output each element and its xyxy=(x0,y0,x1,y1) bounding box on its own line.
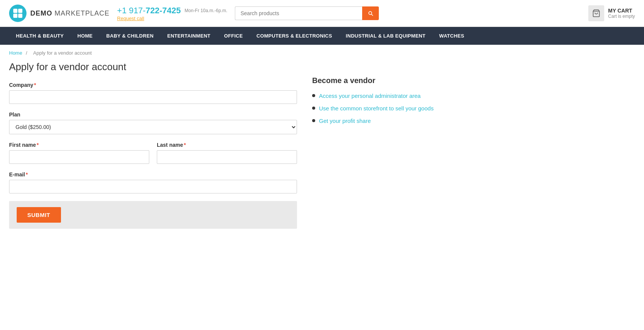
last-name-input[interactable] xyxy=(157,150,297,164)
search-area xyxy=(235,6,581,20)
header: DEMO MARKETPLACE +1 917-722-7425 Mon-Fr … xyxy=(0,0,644,27)
plan-select[interactable]: Gold ($250.00) Silver ($150.00) Bronze (… xyxy=(9,120,297,134)
company-required-star: * xyxy=(34,82,36,88)
breadcrumb: Home / Apply for a vendor account xyxy=(0,45,644,61)
logo-text: DEMO MARKETPLACE xyxy=(30,9,109,17)
nav-item-computers[interactable]: COMPUTERS & ELECTRONICS xyxy=(250,27,339,45)
info-title: Become a vendor xyxy=(312,76,635,85)
first-name-input[interactable] xyxy=(9,150,149,164)
cart-text: MY CART Cart is empty xyxy=(608,8,635,19)
phone-number: +1 917-722-7425 xyxy=(117,6,181,16)
info-link-0[interactable]: Access your personal administrator area xyxy=(319,93,420,99)
svg-rect-3 xyxy=(18,14,22,18)
info-list: Access your personal administrator area … xyxy=(312,93,635,124)
nav-item-baby[interactable]: BABY & CHILDREN xyxy=(100,27,161,45)
svg-rect-2 xyxy=(13,14,17,18)
nav-item-health[interactable]: HEALTH & BEAUTY xyxy=(9,27,70,45)
info-item-0: Access your personal administrator area xyxy=(312,93,635,99)
info-section: Become a vendor Access your personal adm… xyxy=(312,61,635,229)
cart-status: Cart is empty xyxy=(608,14,635,19)
first-name-required-star: * xyxy=(37,142,39,148)
bullet-0 xyxy=(312,94,315,97)
email-input[interactable] xyxy=(9,180,297,193)
main-content: Apply for a vendor account Company* Plan… xyxy=(0,61,644,244)
search-input[interactable] xyxy=(235,6,362,20)
email-required-star: * xyxy=(26,171,28,178)
last-name-label: Last name* xyxy=(157,142,297,148)
info-item-1: Use the common storefront to sell your g… xyxy=(312,105,635,112)
phone-area: +1 917-722-7425 Mon-Fr 10a.m.-6p.m. Requ… xyxy=(117,6,227,21)
cart-area[interactable]: MY CART Cart is empty xyxy=(588,5,635,21)
logo-icon xyxy=(9,5,27,22)
logo-area: DEMO MARKETPLACE xyxy=(9,5,109,22)
breadcrumb-current: Apply for a vendor account xyxy=(33,50,92,56)
main-nav: HEALTH & BEAUTY HOME BABY & CHILDREN ENT… xyxy=(0,27,644,45)
company-input[interactable] xyxy=(9,90,297,104)
email-field-group: E-mail* xyxy=(9,171,297,193)
info-item-2: Get your profit share xyxy=(312,118,635,124)
bullet-2 xyxy=(312,119,315,122)
nav-item-office[interactable]: OFFICE xyxy=(217,27,250,45)
nav-item-watches[interactable]: WATCHES xyxy=(432,27,471,45)
name-row: First name* Last name* xyxy=(9,142,297,171)
vendor-form-section: Apply for a vendor account Company* Plan… xyxy=(9,61,297,229)
cart-icon-box xyxy=(588,5,604,21)
info-link-1[interactable]: Use the common storefront to sell your g… xyxy=(319,105,434,112)
request-call-link[interactable]: Request call xyxy=(117,16,144,21)
phone-hours: Mon-Fr 10a.m.-6p.m. xyxy=(184,8,227,13)
submit-button[interactable]: SUBMIT xyxy=(17,207,61,223)
plan-field-group: Plan Gold ($250.00) Silver ($150.00) Bro… xyxy=(9,112,297,134)
plan-label: Plan xyxy=(9,112,297,118)
breadcrumb-home[interactable]: Home xyxy=(9,50,22,56)
svg-rect-0 xyxy=(13,9,17,13)
company-label: Company* xyxy=(9,82,297,88)
page-title: Apply for a vendor account xyxy=(9,61,297,73)
email-label: E-mail* xyxy=(9,171,297,178)
first-name-group: First name* xyxy=(9,142,149,164)
last-name-required-star: * xyxy=(184,142,186,148)
form-footer: SUBMIT xyxy=(9,201,297,229)
last-name-group: Last name* xyxy=(157,142,297,164)
nav-item-industrial[interactable]: INDUSTRIAL & LAB EQUIPMENT xyxy=(339,27,433,45)
nav-item-home[interactable]: HOME xyxy=(70,27,99,45)
company-field-group: Company* xyxy=(9,82,297,104)
nav-item-entertainment[interactable]: ENTERTAINMENT xyxy=(160,27,217,45)
first-name-label: First name* xyxy=(9,142,149,148)
info-link-2[interactable]: Get your profit share xyxy=(319,118,371,124)
cart-title: MY CART xyxy=(608,8,635,14)
bullet-1 xyxy=(312,107,315,110)
svg-rect-1 xyxy=(18,9,22,13)
breadcrumb-separator: / xyxy=(26,50,27,56)
search-button[interactable] xyxy=(362,6,379,20)
